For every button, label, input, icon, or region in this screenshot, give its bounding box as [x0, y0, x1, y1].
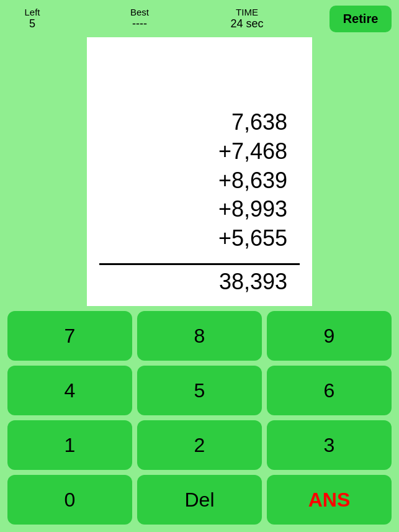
problem-area: 7,638+7,468+8,639+8,993+5,655 38,393	[87, 37, 312, 306]
key-1-button[interactable]: 1	[7, 420, 132, 470]
key-del-button[interactable]: Del	[137, 475, 262, 525]
keypad: 7894561230DelANS	[0, 306, 399, 532]
header: Left 5 Best ---- TIME 24 sec Retire	[0, 0, 399, 37]
problem-number-2: +8,639	[218, 166, 287, 196]
key-ans-button[interactable]: ANS	[267, 475, 392, 525]
key-9-button[interactable]: 9	[267, 311, 392, 361]
problem-number-1: +7,468	[218, 137, 287, 166]
key-6-button[interactable]: 6	[267, 366, 392, 415]
answer-display: 38,393	[87, 269, 312, 300]
key-2-button[interactable]: 2	[137, 420, 262, 470]
key-0-button[interactable]: 0	[7, 475, 132, 525]
time-value: 24 sec	[230, 17, 263, 30]
time-label: TIME	[236, 7, 258, 17]
left-label: Left	[24, 7, 40, 17]
left-value: 5	[29, 17, 35, 30]
key-5-button[interactable]: 5	[137, 366, 262, 415]
problem-number-0: 7,638	[231, 108, 287, 137]
underline	[99, 263, 300, 265]
time-col: TIME 24 sec	[222, 7, 272, 30]
problem-number-4: +5,655	[218, 224, 287, 253]
best-value: ----	[132, 17, 147, 30]
best-col: Best ----	[115, 7, 164, 30]
problem-number-3: +8,993	[218, 195, 287, 224]
key-4-button[interactable]: 4	[7, 366, 132, 415]
answer-value: 38,393	[219, 269, 287, 295]
numbers-container: 7,638+7,468+8,639+8,993+5,655	[87, 108, 312, 259]
retire-button[interactable]: Retire	[330, 6, 392, 32]
key-3-button[interactable]: 3	[267, 420, 392, 470]
key-7-button[interactable]: 7	[7, 311, 132, 361]
best-label: Best	[130, 7, 149, 17]
left-col: Left 5	[7, 7, 57, 30]
key-8-button[interactable]: 8	[137, 311, 262, 361]
